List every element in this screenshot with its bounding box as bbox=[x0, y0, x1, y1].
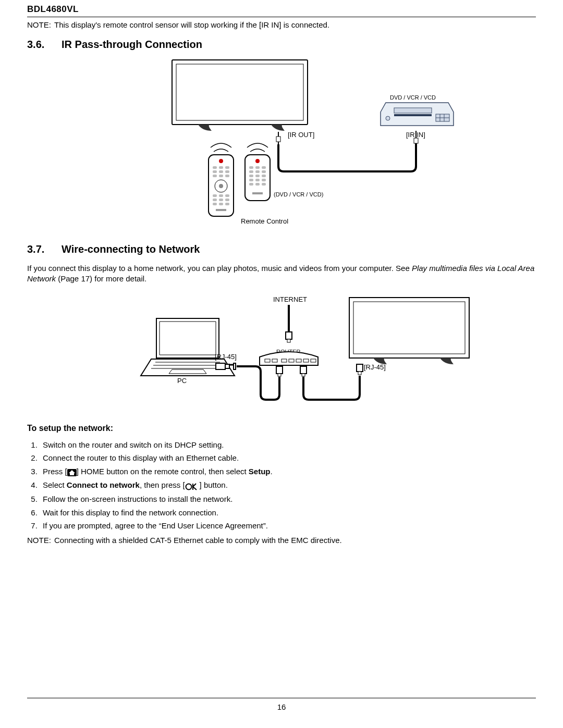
label-rj45-right: [RJ-45] bbox=[364, 363, 386, 371]
svg-rect-33 bbox=[219, 203, 223, 205]
svg-rect-41 bbox=[249, 170, 253, 173]
label-internet: INTERNET bbox=[273, 295, 307, 303]
svg-rect-76 bbox=[353, 302, 465, 354]
svg-rect-1 bbox=[176, 64, 303, 120]
svg-rect-53 bbox=[252, 192, 263, 194]
label-remote-control: Remote Control bbox=[241, 217, 288, 225]
svg-rect-44 bbox=[249, 175, 253, 177]
svg-rect-43 bbox=[262, 170, 266, 173]
note-text: This display's remote control sensor wil… bbox=[54, 20, 329, 29]
svg-rect-21 bbox=[213, 175, 217, 177]
svg-rect-32 bbox=[213, 203, 217, 205]
svg-rect-6 bbox=[394, 108, 432, 113]
svg-rect-52 bbox=[262, 183, 266, 186]
svg-rect-15 bbox=[213, 166, 217, 169]
svg-rect-50 bbox=[249, 183, 253, 186]
svg-rect-4 bbox=[414, 138, 418, 143]
step-2: Connect the router to this display with … bbox=[40, 451, 536, 465]
diagram-network: INTERNET ROUTER bbox=[27, 292, 536, 412]
svg-rect-57 bbox=[265, 359, 270, 362]
model-number: BDL4680VL bbox=[27, 4, 79, 14]
svg-point-80 bbox=[186, 484, 191, 489]
svg-rect-22 bbox=[219, 175, 223, 177]
svg-rect-3 bbox=[276, 137, 280, 142]
svg-rect-19 bbox=[219, 170, 223, 173]
svg-rect-71 bbox=[216, 363, 225, 369]
label-dvd-top: DVD / VCR / VCD bbox=[390, 94, 436, 101]
svg-rect-7 bbox=[394, 114, 432, 116]
svg-rect-35 bbox=[216, 209, 226, 211]
svg-rect-45 bbox=[255, 175, 260, 177]
label-rj45-left: [RJ-45] bbox=[215, 353, 237, 361]
page-footer: 16 bbox=[27, 698, 536, 711]
svg-point-37 bbox=[255, 159, 260, 163]
setup-heading: To setup the network: bbox=[27, 424, 536, 433]
svg-rect-77 bbox=[357, 364, 363, 372]
svg-rect-20 bbox=[225, 170, 229, 173]
svg-rect-42 bbox=[255, 170, 260, 173]
svg-rect-29 bbox=[213, 199, 217, 201]
step-4: Select Connect to network, then press []… bbox=[40, 478, 536, 492]
svg-rect-39 bbox=[255, 166, 260, 169]
label-dvd-remote: (DVD / VCR / VCD) bbox=[274, 191, 323, 198]
svg-rect-56 bbox=[287, 339, 290, 342]
svg-rect-27 bbox=[219, 194, 223, 197]
svg-rect-28 bbox=[225, 194, 229, 197]
svg-rect-74 bbox=[234, 363, 236, 369]
svg-rect-63 bbox=[311, 359, 316, 362]
step-5: Follow the on-screen instructions to ins… bbox=[40, 492, 536, 506]
svg-rect-59 bbox=[282, 359, 287, 362]
label-ir-in: [IR IN] bbox=[406, 131, 425, 139]
svg-rect-23 bbox=[225, 175, 229, 177]
svg-rect-61 bbox=[296, 359, 301, 362]
svg-rect-16 bbox=[219, 166, 223, 169]
section-3-7-heading: 3.7. Wire-connecting to Network bbox=[27, 243, 536, 255]
svg-point-8 bbox=[386, 116, 390, 120]
svg-rect-62 bbox=[303, 359, 309, 362]
svg-rect-38 bbox=[249, 166, 253, 169]
svg-rect-58 bbox=[272, 359, 277, 362]
diagram-ir-passthrough: [IR OUT] [IR IN] DVD / VCR / VCD bbox=[27, 56, 536, 233]
home-icon bbox=[67, 465, 77, 479]
note-ir-in: NOTE: This display's remote control sens… bbox=[27, 20, 536, 29]
svg-rect-72 bbox=[225, 364, 229, 368]
section-3-6-heading: 3.6. IR Pass-through Connection bbox=[27, 39, 536, 51]
label-pc: PC bbox=[177, 377, 187, 385]
ok-icon bbox=[185, 479, 200, 493]
note-label: NOTE: bbox=[27, 20, 54, 29]
svg-rect-64 bbox=[276, 366, 283, 374]
svg-rect-34 bbox=[225, 203, 229, 205]
step-7: If you are prompted, agree to the “End U… bbox=[40, 519, 536, 533]
svg-rect-78 bbox=[358, 372, 361, 375]
note-cat5: NOTE: Connecting with a shielded CAT-5 E… bbox=[27, 536, 536, 545]
setup-steps: Switch on the router and switch on its D… bbox=[40, 438, 536, 533]
intro-3-7: If you connect this display to a home ne… bbox=[27, 263, 536, 285]
page-number: 16 bbox=[277, 702, 286, 711]
svg-rect-51 bbox=[255, 183, 260, 186]
svg-rect-17 bbox=[225, 166, 229, 169]
svg-point-14 bbox=[219, 159, 223, 163]
svg-rect-46 bbox=[262, 175, 266, 177]
svg-rect-30 bbox=[219, 199, 223, 201]
label-ir-out: [IR OUT] bbox=[288, 131, 314, 139]
svg-rect-31 bbox=[225, 199, 229, 201]
svg-rect-60 bbox=[289, 359, 294, 362]
svg-point-25 bbox=[219, 184, 223, 188]
svg-rect-40 bbox=[262, 166, 266, 169]
note-text: Connecting with a shielded CAT-5 Etherne… bbox=[54, 536, 342, 545]
svg-rect-66 bbox=[300, 366, 307, 374]
step-6: Wait for this display to find the networ… bbox=[40, 506, 536, 520]
svg-rect-18 bbox=[213, 170, 217, 173]
svg-rect-65 bbox=[278, 374, 281, 376]
svg-rect-48 bbox=[255, 179, 260, 181]
svg-rect-67 bbox=[302, 374, 305, 376]
svg-rect-55 bbox=[286, 332, 292, 339]
step-1: Switch on the router and switch on its D… bbox=[40, 438, 536, 452]
svg-rect-47 bbox=[249, 179, 253, 181]
step-3: Press [] HOME button on the remote contr… bbox=[40, 465, 536, 479]
svg-rect-26 bbox=[213, 194, 217, 197]
note-label: NOTE: bbox=[27, 536, 54, 545]
svg-rect-49 bbox=[262, 179, 266, 181]
